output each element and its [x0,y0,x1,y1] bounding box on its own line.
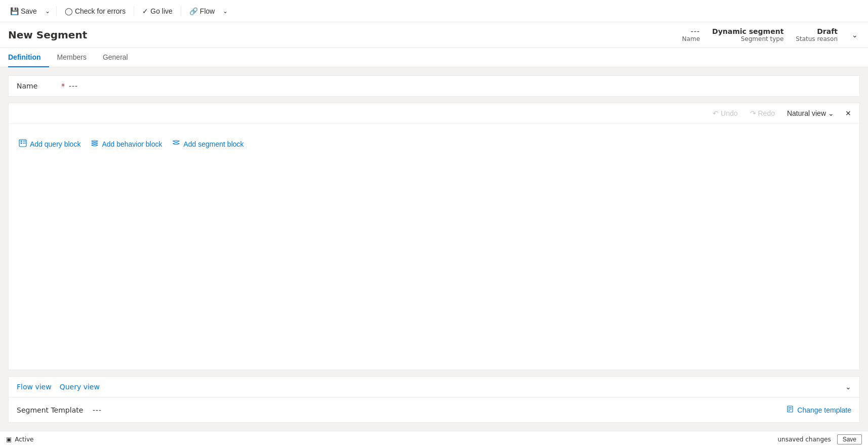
toolbar-divider-1 [56,6,57,16]
flow-view-label[interactable]: Flow view [17,383,52,391]
template-label: Segment Template [17,406,93,414]
tab-members[interactable]: Members [49,48,95,67]
name-section: Name * --- [8,75,860,97]
header-status-label: Status reason [796,35,838,42]
add-query-block-icon [19,139,27,149]
main-content: Name * --- ↶ Undo ↷ Redo Natural view ⌄ … [0,67,868,431]
undo-button[interactable]: ↶ Undo [710,107,740,119]
name-label: Name [17,82,57,90]
status-icon: ▣ [6,436,12,443]
flow-button[interactable]: 🔗 Flow [185,5,219,18]
canvas-toolbar: ↶ Undo ↷ Redo Natural view ⌄ ✕ [9,103,859,124]
status-meta-group: Draft Status reason [796,27,838,42]
add-query-block-label: Add query block [30,140,80,148]
go-live-icon: ✓ [142,7,148,15]
toolbar-divider-3 [181,6,181,16]
header-name-label: Name [682,35,700,42]
status-right: unsaved changes Save [777,434,862,444]
natural-view-button[interactable]: Natural view ⌄ [784,107,837,119]
check-errors-label: Check for errors [75,7,126,15]
toolbar: 💾 Save ⌄ ◯ Check for errors ✓ Go live 🔗 … [0,0,868,22]
canvas-body: Add query block Add behavior block [9,124,859,164]
expand-icon: ✕ [845,109,851,117]
add-segment-block-icon [172,139,180,149]
undo-icon: ↶ [713,109,719,117]
tab-definition[interactable]: Definition [8,48,49,67]
expand-button[interactable]: ✕ [843,107,853,119]
page-header: New Segment --- Name Dynamic segment Seg… [0,22,868,48]
flow-query-bar: Flow view Query view ⌄ [9,377,859,397]
natural-view-chevron-icon: ⌄ [828,109,834,117]
undo-label: Undo [721,109,737,117]
template-value: --- [93,406,787,414]
add-segment-block-button[interactable]: Add segment block [172,136,243,152]
status-bar: ▣ Active unsaved changes Save [0,431,868,447]
header-segment-type-label: Segment type [741,35,784,42]
flow-chevron-button[interactable]: ⌄ [221,5,230,17]
page-title: New Segment [8,29,682,41]
add-segment-block-label: Add segment block [183,140,243,148]
status-save-button[interactable]: Save [837,434,862,444]
add-query-block-button[interactable]: Add query block [19,136,80,152]
natural-view-label: Natural view [787,109,826,117]
change-template-button[interactable]: Change template [787,404,851,416]
tabs: Definition Members General [0,48,868,67]
tab-general[interactable]: General [95,48,136,67]
status-text: Active [15,436,33,443]
bottom-section: Flow view Query view ⌄ Segment Template … [8,376,860,423]
header-meta: --- Name Dynamic segment Segment type Dr… [682,27,860,42]
save-button[interactable]: 💾 Save [6,5,41,18]
go-live-label: Go live [150,7,173,15]
add-behavior-block-label: Add behavior block [102,140,162,148]
check-errors-icon: ◯ [65,7,73,15]
change-template-label: Change template [797,406,851,414]
unsaved-changes-text: unsaved changes [777,436,831,443]
header-status-value: Draft [817,27,838,35]
add-behavior-block-icon [91,139,99,149]
name-meta-group: --- Name [682,27,700,42]
save-chevron-button[interactable]: ⌄ [43,5,52,17]
go-live-button[interactable]: ✓ Go live [138,5,177,18]
redo-button[interactable]: ↷ Redo [747,107,778,119]
svg-point-3 [21,141,22,142]
query-view-label[interactable]: Query view [60,383,100,391]
save-icon: 💾 [10,7,19,15]
flow-label: Flow [200,7,215,15]
check-errors-button[interactable]: ◯ Check for errors [61,5,130,18]
flow-icon: 🔗 [189,7,198,15]
redo-icon: ↷ [750,109,756,117]
change-template-icon [787,406,794,414]
redo-label: Redo [758,109,775,117]
add-behavior-block-button[interactable]: Add behavior block [91,136,162,152]
segment-type-meta-group: Dynamic segment Segment type [712,27,783,42]
save-label: Save [21,7,37,15]
name-required: * [61,82,65,90]
name-value: --- [69,82,78,90]
svg-point-1 [21,143,22,144]
header-chevron-button[interactable]: ⌄ [850,29,860,41]
header-segment-type-value: Dynamic segment [712,27,783,35]
header-name-value: --- [691,27,700,35]
toolbar-divider-2 [134,6,134,16]
definition-canvas: ↶ Undo ↷ Redo Natural view ⌄ ✕ [8,103,860,370]
template-row: Segment Template --- Change template [9,397,859,422]
flow-query-chevron-button[interactable]: ⌄ [845,383,851,391]
